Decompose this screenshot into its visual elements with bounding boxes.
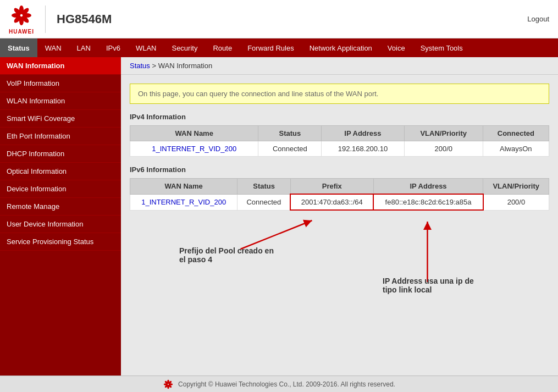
ip-annotation-line2: tipo link local bbox=[383, 285, 432, 294]
ipv6-col-prefix: Prefix bbox=[290, 179, 373, 195]
ipv4-col-vlan-priority: VLAN/Priority bbox=[404, 126, 483, 141]
ipv6-section-title: IPv6 Information bbox=[130, 165, 549, 174]
breadcrumb-current: WAN Information bbox=[158, 62, 213, 70]
sidebar-item-dhcp-information[interactable]: DHCP Information bbox=[0, 145, 121, 163]
footer-logo-icon bbox=[163, 379, 174, 390]
footer: Copyright © Huawei Technologies Co., Ltd… bbox=[0, 376, 558, 392]
layout: WAN Information VoIP Information WLAN In… bbox=[0, 57, 558, 376]
sidebar-item-service-provisioning-status[interactable]: Service Provisioning Status bbox=[0, 233, 121, 251]
nav-route[interactable]: Route bbox=[205, 38, 240, 57]
header-divider bbox=[45, 5, 46, 33]
sidebar: WAN Information VoIP Information WLAN In… bbox=[0, 57, 121, 376]
ipv4-connected: AlwaysOn bbox=[483, 141, 549, 157]
prefix-annotation: Prefijo del Pool creado en el paso 4 bbox=[179, 246, 274, 264]
ipv6-col-ip-address: IP Address bbox=[373, 179, 483, 195]
brand-name: HUAWEI bbox=[9, 29, 34, 35]
prefix-annotation-line2: el paso 4 bbox=[179, 255, 212, 264]
logout-button[interactable]: Logout bbox=[527, 15, 549, 23]
ipv6-table: WAN Name Status Prefix IP Address VLAN/P… bbox=[130, 178, 549, 211]
nav-security[interactable]: Security bbox=[164, 38, 205, 57]
sidebar-item-user-device-information[interactable]: User Device Information bbox=[0, 216, 121, 233]
navbar: Status WAN LAN IPv6 WLAN Security Route … bbox=[0, 38, 558, 57]
breadcrumb-separator: > bbox=[152, 62, 158, 70]
sidebar-item-remote-manage[interactable]: Remote Manage bbox=[0, 198, 121, 216]
sidebar-item-optical-information[interactable]: Optical Information bbox=[0, 163, 121, 180]
ipv6-status: Connected bbox=[237, 194, 291, 210]
ipv4-col-ip-address: IP Address bbox=[322, 126, 405, 141]
sidebar-item-wan-information[interactable]: WAN Information bbox=[0, 57, 121, 75]
prefix-annotation-line1: Prefijo del Pool creado en bbox=[179, 246, 274, 255]
sidebar-item-smart-wifi-coverage[interactable]: Smart WiFi Coverage bbox=[0, 110, 121, 128]
nav-system-tools[interactable]: System Tools bbox=[413, 38, 471, 57]
ipv4-section-title: IPv4 Information bbox=[130, 113, 549, 121]
footer-text: Copyright © Huawei Technologies Co., Ltd… bbox=[178, 380, 395, 388]
breadcrumb: Status > WAN Information bbox=[121, 57, 558, 75]
ipv4-col-status: Status bbox=[258, 126, 322, 141]
ipv6-ip-address: fe80::e18c:8c2d:6c19:a85a bbox=[373, 194, 483, 210]
nav-wan[interactable]: WAN bbox=[37, 38, 69, 57]
ipv4-col-connected: Connected bbox=[483, 126, 549, 141]
nav-wlan[interactable]: WLAN bbox=[128, 38, 164, 57]
header: HUAWEI HG8546M Logout bbox=[0, 0, 558, 38]
ipv6-col-vlan-priority: VLAN/Priority bbox=[483, 179, 549, 195]
annotation-area: Prefijo del Pool creado en el paso 4 IP … bbox=[130, 216, 549, 337]
arrows-svg bbox=[130, 216, 549, 337]
sidebar-item-device-information[interactable]: Device Information bbox=[0, 180, 121, 198]
sidebar-item-wlan-information[interactable]: WLAN Information bbox=[0, 92, 121, 110]
ipv6-table-row: 1_INTERNET_R_VID_200 Connected 2001:470:… bbox=[130, 194, 549, 210]
ipv6-wan-name[interactable]: 1_INTERNET_R_VID_200 bbox=[130, 194, 237, 210]
nav-lan[interactable]: LAN bbox=[69, 38, 98, 57]
ipv4-vlan-priority: 200/0 bbox=[404, 141, 483, 157]
sidebar-item-eth-port-information[interactable]: Eth Port Information bbox=[0, 128, 121, 145]
svg-line-10 bbox=[241, 220, 312, 249]
breadcrumb-root[interactable]: Status bbox=[130, 62, 150, 70]
ipv4-status: Connected bbox=[258, 141, 322, 157]
content-area: On this page, you can query the connecti… bbox=[121, 75, 558, 346]
nav-network-application[interactable]: Network Application bbox=[302, 38, 380, 57]
nav-status[interactable]: Status bbox=[0, 38, 37, 57]
device-title: HG8546M bbox=[57, 12, 527, 26]
nav-ipv6[interactable]: IPv6 bbox=[98, 38, 128, 57]
ipv4-table-row: 1_INTERNET_R_VID_200 Connected 192.168.2… bbox=[130, 141, 549, 157]
ipv4-col-wan-name: WAN Name bbox=[130, 126, 258, 141]
ipv6-col-wan-name: WAN Name bbox=[130, 179, 237, 195]
ipv4-wan-name[interactable]: 1_INTERNET_R_VID_200 bbox=[130, 141, 258, 157]
ipv6-prefix: 2001:470:da63::/64 bbox=[290, 194, 373, 210]
ipv4-ip-address: 192.168.200.10 bbox=[322, 141, 405, 157]
info-box: On this page, you can query the connecti… bbox=[130, 84, 549, 104]
sidebar-item-voip-information[interactable]: VoIP Information bbox=[0, 75, 121, 92]
main-content: Status > WAN Information On this page, y… bbox=[121, 57, 558, 376]
ip-annotation-line1: IP Address usa una ip de bbox=[383, 277, 474, 285]
ipv6-col-status: Status bbox=[237, 179, 291, 195]
logo-area: HUAWEI bbox=[9, 3, 34, 35]
ipv4-table: WAN Name Status IP Address VLAN/Priority… bbox=[130, 125, 549, 157]
nav-voice[interactable]: Voice bbox=[380, 38, 413, 57]
ip-annotation: IP Address usa una ip de tipo link local bbox=[383, 277, 474, 294]
nav-forward-rules[interactable]: Forward Rules bbox=[240, 38, 302, 57]
huawei-logo-icon bbox=[9, 3, 34, 27]
ipv6-vlan-priority: 200/0 bbox=[483, 194, 549, 210]
